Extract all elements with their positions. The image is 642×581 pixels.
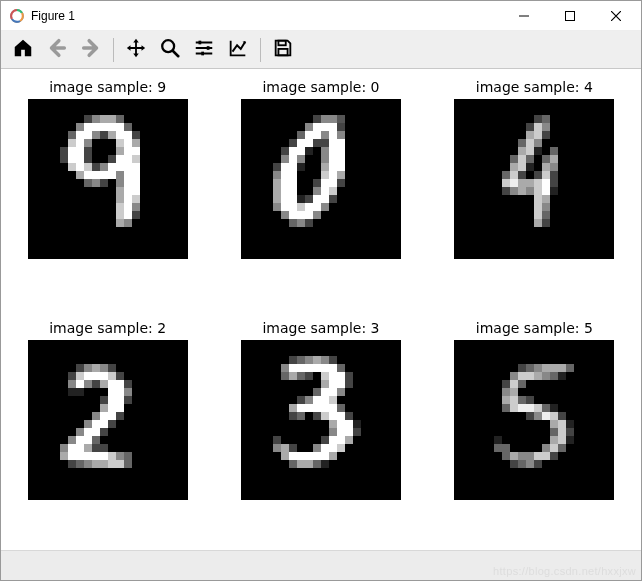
svg-rect-6 [278, 40, 285, 45]
subplot-image [454, 99, 614, 259]
subplot-title: image sample: 9 [49, 79, 166, 95]
figure-window: Figure 1 [0, 0, 642, 581]
subplot-image [241, 340, 401, 500]
subplot-5: image sample: 5 [446, 320, 623, 533]
subplot-title: image sample: 5 [476, 320, 593, 336]
move-icon [125, 37, 147, 63]
subplot-title: image sample: 0 [262, 79, 379, 95]
subplot-1: image sample: 0 [232, 79, 409, 292]
svg-rect-5 [201, 51, 204, 55]
statusbar [1, 550, 641, 580]
subplot-2: image sample: 4 [446, 79, 623, 292]
svg-rect-7 [278, 48, 287, 54]
close-button[interactable] [593, 1, 639, 31]
subplot-grid: image sample: 9 image sample: 0 image sa… [19, 79, 623, 532]
subplot-image [28, 340, 188, 500]
home-icon [12, 37, 34, 63]
zoom-icon [159, 37, 181, 63]
subplots-button[interactable] [188, 35, 220, 65]
figure-canvas[interactable]: image sample: 9 image sample: 0 image sa… [1, 69, 641, 550]
subplot-title: image sample: 2 [49, 320, 166, 336]
arrow-right-icon [80, 37, 102, 63]
svg-rect-4 [207, 46, 210, 50]
axes-icon [227, 37, 249, 63]
pan-button[interactable] [120, 35, 152, 65]
subplot-image [28, 99, 188, 259]
subplot-image [241, 99, 401, 259]
maximize-button[interactable] [547, 1, 593, 31]
home-button[interactable] [7, 35, 39, 65]
toolbar [1, 31, 641, 69]
subplot-4: image sample: 3 [232, 320, 409, 533]
minimize-button[interactable] [501, 1, 547, 31]
subplot-image [454, 340, 614, 500]
zoom-button[interactable] [154, 35, 186, 65]
window-title: Figure 1 [31, 9, 75, 23]
sliders-icon [193, 37, 215, 63]
save-icon [272, 37, 294, 63]
back-button[interactable] [41, 35, 73, 65]
subplot-3: image sample: 2 [19, 320, 196, 533]
forward-button[interactable] [75, 35, 107, 65]
save-button[interactable] [267, 35, 299, 65]
subplot-0: image sample: 9 [19, 79, 196, 292]
svg-rect-3 [199, 40, 202, 44]
axes-button[interactable] [222, 35, 254, 65]
svg-rect-1 [566, 11, 575, 20]
toolbar-separator [113, 38, 114, 62]
subplot-title: image sample: 4 [476, 79, 593, 95]
toolbar-separator [260, 38, 261, 62]
arrow-left-icon [46, 37, 68, 63]
subplot-title: image sample: 3 [262, 320, 379, 336]
titlebar: Figure 1 [1, 1, 641, 31]
app-icon [9, 8, 25, 24]
